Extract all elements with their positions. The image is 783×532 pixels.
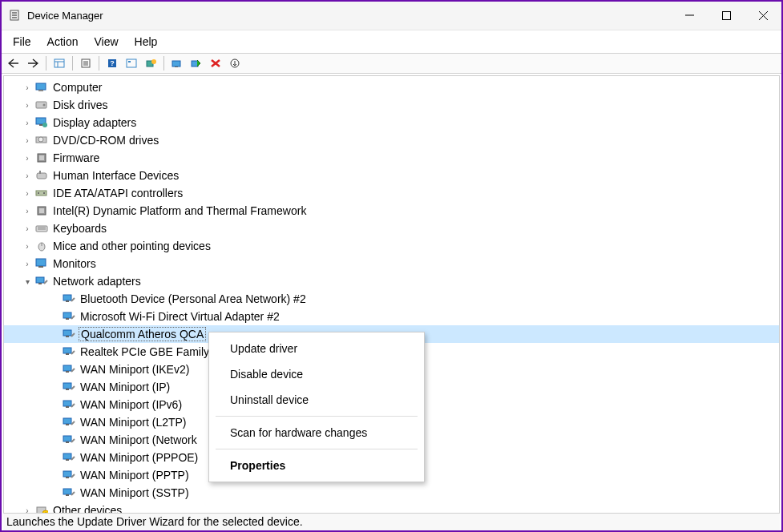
- tree-category[interactable]: ›DVD/CD-ROM drives: [4, 131, 779, 149]
- device-label: WAN Miniport (IP): [79, 381, 172, 393]
- svg-rect-25: [36, 83, 46, 90]
- device-label: WAN Miniport (IKEv2): [79, 363, 191, 376]
- expand-toggle[interactable]: ›: [22, 224, 33, 233]
- tree-category[interactable]: ›Keyboards: [4, 220, 779, 237]
- svg-rect-71: [66, 459, 69, 461]
- maximize-button[interactable]: [708, 2, 745, 30]
- category-label: Display adapters: [51, 116, 138, 129]
- enable-device-button[interactable]: [168, 55, 186, 71]
- network-adapter-icon: [62, 292, 76, 305]
- expand-toggle[interactable]: ›: [22, 189, 33, 198]
- properties-button[interactable]: [77, 55, 95, 71]
- svg-point-39: [38, 192, 39, 194]
- tree-category[interactable]: ›Display adapters: [4, 114, 779, 131]
- expand-toggle[interactable]: ▾: [22, 277, 33, 286]
- svg-rect-26: [38, 90, 43, 91]
- svg-rect-49: [38, 266, 43, 268]
- device-label: WAN Miniport (Network: [79, 433, 199, 446]
- device-icon: [34, 275, 49, 288]
- svg-rect-62: [63, 383, 71, 389]
- tree-category[interactable]: ›Intel(R) Dynamic Platform and Thermal F…: [4, 202, 779, 220]
- category-label: Monitors: [51, 257, 98, 270]
- svg-rect-30: [39, 124, 42, 126]
- ctx-update-driver[interactable]: Update driver: [209, 336, 424, 361]
- svg-rect-55: [66, 318, 69, 320]
- tree-category[interactable]: ▾Network adapters: [4, 272, 779, 290]
- svg-rect-66: [63, 418, 71, 424]
- tree-category[interactable]: ›Human Interface Devices: [4, 167, 779, 184]
- category-label: Computer: [51, 81, 103, 94]
- ctx-scan-hardware[interactable]: Scan for hardware changes: [209, 420, 424, 445]
- update-driver-button[interactable]: [142, 55, 159, 71]
- tree-category[interactable]: ›Firmware: [4, 149, 779, 167]
- svg-rect-18: [128, 61, 131, 62]
- tree-device[interactable]: Bluetooth Device (Personal Area Network)…: [4, 290, 779, 308]
- expand-toggle[interactable]: ›: [22, 260, 33, 268]
- svg-rect-65: [66, 406, 69, 408]
- category-label: Disk drives: [51, 99, 109, 111]
- close-button[interactable]: [745, 2, 781, 30]
- menu-action[interactable]: Action: [39, 33, 87, 50]
- menu-file[interactable]: File: [5, 33, 39, 50]
- tree-device[interactable]: Microsoft Wi-Fi Direct Virtual Adapter #…: [4, 308, 779, 325]
- expand-toggle[interactable]: ›: [22, 171, 33, 180]
- minimize-button[interactable]: [671, 2, 708, 30]
- expand-toggle[interactable]: ›: [22, 83, 33, 92]
- network-adapter-icon: [62, 381, 76, 393]
- disable-device-button[interactable]: [188, 55, 205, 71]
- tree-category[interactable]: ›Monitors: [4, 255, 779, 272]
- network-adapter-icon: [62, 363, 76, 376]
- device-label: Qualcomm Atheros QCA: [79, 327, 206, 341]
- network-adapter-icon: [62, 310, 76, 323]
- svg-rect-70: [63, 453, 71, 459]
- device-label: Realtek PCIe GBE Family: [79, 345, 211, 358]
- device-icon: [34, 116, 49, 129]
- add-legacy-button[interactable]: [226, 55, 244, 71]
- ctx-separator: [216, 449, 418, 449]
- expand-toggle[interactable]: ›: [22, 154, 33, 163]
- device-icon: [34, 240, 49, 252]
- expand-toggle[interactable]: ›: [22, 119, 33, 127]
- svg-point-28: [43, 104, 46, 107]
- svg-rect-48: [36, 259, 46, 266]
- device-label: Microsoft Wi-Fi Direct Virtual Adapter #…: [79, 310, 281, 323]
- svg-rect-59: [66, 353, 69, 355]
- svg-rect-51: [38, 283, 42, 284]
- uninstall-button[interactable]: [207, 55, 224, 71]
- help-button[interactable]: ?: [103, 55, 121, 71]
- ctx-disable-device[interactable]: Disable device: [209, 361, 424, 387]
- tree-category[interactable]: ›Mice and other pointing devices: [4, 237, 779, 255]
- category-label: IDE ATA/ATAPI controllers: [51, 187, 184, 200]
- category-label: DVD/CD-ROM drives: [51, 134, 160, 147]
- show-hidden-button[interactable]: [50, 55, 68, 71]
- expand-toggle[interactable]: ›: [22, 136, 33, 145]
- svg-rect-42: [39, 208, 44, 213]
- back-button[interactable]: [5, 55, 22, 71]
- network-adapter-icon: [62, 416, 76, 429]
- device-label: WAN Miniport (PPTP): [79, 469, 191, 482]
- ctx-uninstall-device[interactable]: Uninstall device: [209, 387, 424, 413]
- expand-toggle[interactable]: ›: [22, 242, 33, 251]
- scan-button[interactable]: [123, 55, 140, 71]
- expand-toggle[interactable]: ›: [22, 207, 33, 216]
- category-label: Mice and other pointing devices: [51, 240, 212, 252]
- device-label: Bluetooth Device (Personal Area Network)…: [79, 292, 308, 305]
- ctx-properties[interactable]: Properties: [209, 453, 424, 478]
- tree-device[interactable]: WAN Miniport (SSTP): [4, 484, 779, 502]
- category-label: Firmware: [51, 151, 101, 164]
- forward-button[interactable]: [24, 55, 42, 71]
- expand-toggle[interactable]: ›: [22, 101, 33, 110]
- device-icon: [34, 151, 49, 164]
- menu-view[interactable]: View: [86, 33, 126, 50]
- category-label: Intel(R) Dynamic Platform and Thermal Fr…: [51, 204, 308, 217]
- svg-rect-75: [66, 494, 69, 496]
- svg-rect-53: [66, 300, 69, 302]
- tree-category[interactable]: ›Disk drives: [4, 96, 779, 114]
- svg-rect-73: [66, 477, 69, 478]
- device-icon: [34, 257, 49, 270]
- tree-category[interactable]: ›IDE ATA/ATAPI controllers: [4, 184, 779, 202]
- menu-help[interactable]: Help: [127, 33, 166, 50]
- svg-rect-17: [127, 59, 136, 67]
- svg-rect-61: [66, 371, 69, 373]
- tree-category[interactable]: ›Computer: [4, 79, 779, 96]
